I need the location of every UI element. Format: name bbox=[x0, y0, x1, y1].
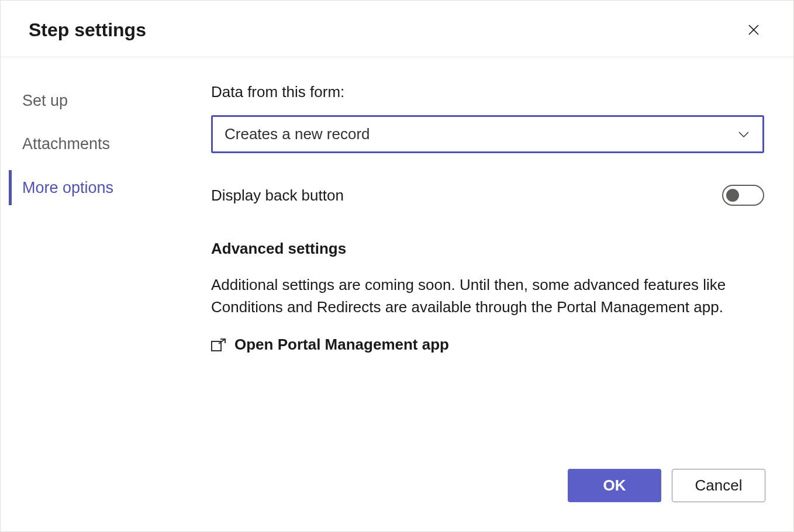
sidebar-item-label: Set up bbox=[22, 92, 68, 109]
display-back-button-toggle[interactable] bbox=[722, 185, 764, 206]
close-button[interactable] bbox=[742, 18, 765, 42]
sidebar-item-setup[interactable]: Set up bbox=[9, 83, 164, 118]
data-from-form-dropdown[interactable]: Creates a new record bbox=[211, 115, 764, 153]
ok-button[interactable]: OK bbox=[568, 469, 661, 502]
step-settings-dialog: Step settings Set up Attachments More op… bbox=[0, 0, 794, 532]
dropdown-value: Creates a new record bbox=[225, 125, 370, 143]
open-portal-management-link[interactable]: Open Portal Management app bbox=[211, 336, 764, 354]
sidebar-item-label: Attachments bbox=[22, 135, 110, 153]
advanced-settings-description: Additional settings are coming soon. Unt… bbox=[211, 274, 764, 318]
dialog-body: Set up Attachments More options Data fro… bbox=[1, 57, 793, 469]
sidebar-item-label: More options bbox=[22, 179, 113, 196]
display-back-button-label: Display back button bbox=[211, 186, 344, 205]
advanced-settings-heading: Advanced settings bbox=[211, 240, 764, 258]
sidebar-item-attachments[interactable]: Attachments bbox=[9, 126, 164, 161]
dialog-footer: OK Cancel bbox=[1, 469, 793, 531]
dialog-header: Step settings bbox=[1, 1, 793, 57]
toggle-knob bbox=[726, 189, 739, 202]
data-from-form-label: Data from this form: bbox=[211, 83, 764, 101]
open-external-icon bbox=[211, 338, 226, 351]
main-content: Data from this form: Creates a new recor… bbox=[176, 83, 793, 469]
chevron-down-icon bbox=[737, 127, 751, 141]
open-portal-management-label: Open Portal Management app bbox=[234, 336, 449, 354]
sidebar-item-more-options[interactable]: More options bbox=[9, 170, 164, 205]
sidebar: Set up Attachments More options bbox=[1, 83, 176, 469]
close-icon bbox=[747, 23, 761, 37]
dialog-title: Step settings bbox=[29, 19, 146, 41]
display-back-button-row: Display back button bbox=[211, 185, 764, 206]
cancel-button[interactable]: Cancel bbox=[672, 469, 765, 502]
